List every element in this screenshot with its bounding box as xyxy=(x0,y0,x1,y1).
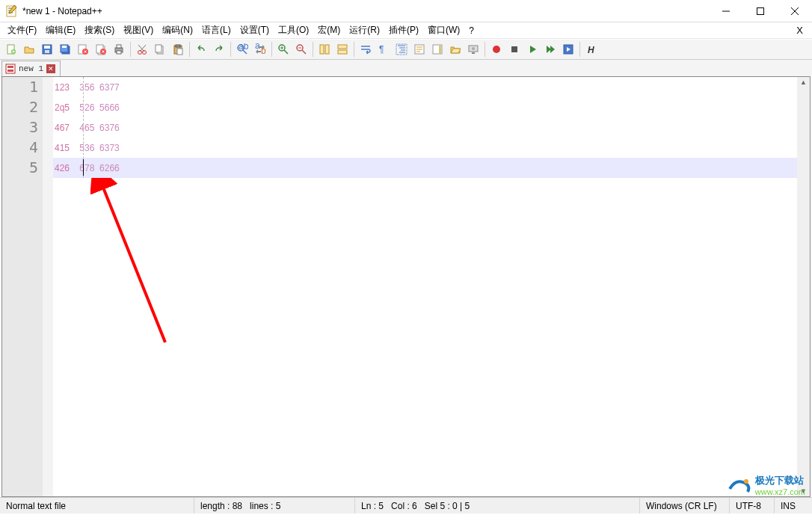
menu-encoding[interactable]: 编码(N) xyxy=(158,22,197,38)
folder-icon[interactable] xyxy=(447,41,464,58)
toolbar-separator xyxy=(230,42,231,57)
sync-v-icon[interactable] xyxy=(316,41,333,58)
toolbar-separator xyxy=(354,42,354,57)
code-text: 426 xyxy=(55,163,70,173)
status-length-lines: length : 88 lines : 5 xyxy=(194,498,355,514)
title-bar: *new 1 - Notepad++ xyxy=(0,0,812,22)
menu-edit[interactable]: 编辑(E) xyxy=(41,22,80,38)
code-text: 678 6266 xyxy=(70,163,120,173)
menu-close-x[interactable]: X xyxy=(787,25,812,36)
status-bar: Normal text file length : 88 lines : 5 L… xyxy=(0,497,812,514)
language-icon[interactable] xyxy=(411,41,428,58)
find-icon[interactable]: ab xyxy=(234,41,250,58)
status-cursor: Ln : 5 Col : 6 Sel 5 : 0 | 5 xyxy=(355,498,640,514)
menu-language[interactable]: 语言(L) xyxy=(197,22,236,38)
zoom-in-icon[interactable] xyxy=(275,41,292,58)
status-col: Col : 6 xyxy=(391,501,417,511)
print-icon[interactable] xyxy=(111,41,127,58)
menu-plugins[interactable]: 插件(P) xyxy=(384,22,423,38)
menu-settings[interactable]: 设置(T) xyxy=(236,22,274,38)
svg-rect-42 xyxy=(439,46,441,53)
menu-window[interactable]: 窗口(W) xyxy=(423,22,464,38)
svg-rect-47 xyxy=(511,46,517,52)
status-filetype: Normal text file xyxy=(0,498,194,514)
line-number[interactable]: 1 xyxy=(2,77,38,97)
svg-rect-27 xyxy=(177,49,182,55)
save-macro-icon[interactable] xyxy=(560,41,576,58)
svg-rect-8 xyxy=(44,46,50,49)
svg-rect-20 xyxy=(117,51,121,54)
zoom-out-icon[interactable] xyxy=(293,41,310,58)
all-chars-icon[interactable]: ¶ xyxy=(375,41,392,58)
paste-icon[interactable] xyxy=(170,41,186,58)
copy-icon[interactable] xyxy=(152,41,168,58)
sync-h-icon[interactable] xyxy=(334,41,351,58)
code-text: 415 xyxy=(55,143,70,153)
tab-label: new 1 xyxy=(19,64,43,73)
menu-file[interactable]: 文件(F) xyxy=(3,22,41,38)
line-number-gutter[interactable]: 12345 xyxy=(2,77,43,496)
tab-new-1[interactable]: new 1 ✕ xyxy=(2,61,60,76)
stop-macro-icon[interactable] xyxy=(506,41,523,58)
code-text: 467 xyxy=(55,123,70,133)
code-line[interactable]: 123 356 6377 xyxy=(53,77,810,97)
text-caret xyxy=(83,159,84,176)
menu-macro[interactable]: 宏(M) xyxy=(313,22,345,38)
save-icon[interactable] xyxy=(39,41,55,58)
svg-text:¶: ¶ xyxy=(379,44,384,55)
save-all-icon[interactable] xyxy=(57,41,73,58)
svg-rect-44 xyxy=(472,52,475,54)
svg-text:ab: ab xyxy=(239,43,248,52)
line-number[interactable]: 3 xyxy=(2,117,38,138)
new-file-icon[interactable] xyxy=(3,41,19,58)
line-number[interactable]: 2 xyxy=(2,97,38,117)
menu-help[interactable]: ? xyxy=(464,24,479,37)
tab-close-icon[interactable]: ✕ xyxy=(46,64,55,73)
menu-view[interactable]: 视图(V) xyxy=(119,22,158,38)
replace-icon[interactable]: ab xyxy=(252,41,268,58)
undo-icon[interactable] xyxy=(193,41,209,58)
code-text: 526 5666 xyxy=(70,102,120,113)
doc-map-icon[interactable] xyxy=(429,41,446,58)
scroll-up-icon[interactable]: ▲ xyxy=(800,77,807,87)
vertical-scrollbar[interactable]: ▲ ▼ xyxy=(797,77,810,496)
scroll-down-icon[interactable]: ▼ xyxy=(800,486,807,496)
cut-icon[interactable] xyxy=(134,41,150,58)
arrow-annotation xyxy=(90,178,180,350)
svg-rect-52 xyxy=(7,70,13,72)
status-eol: Windows (CR LF) xyxy=(640,498,730,514)
wordwrap-icon[interactable] xyxy=(357,41,374,58)
play-macro-icon[interactable] xyxy=(524,41,541,58)
record-macro-icon[interactable] xyxy=(488,41,505,58)
toolbar-separator xyxy=(130,42,131,57)
line-number[interactable]: 5 xyxy=(2,158,38,178)
tab-bar: new 1 ✕ xyxy=(0,60,812,76)
line-number[interactable]: 4 xyxy=(2,138,38,158)
code-line[interactable]: 467 465 6376 xyxy=(53,117,810,138)
play-multi-icon[interactable] xyxy=(542,41,559,58)
toolbar-separator xyxy=(485,42,485,57)
app-icon xyxy=(6,5,18,17)
menu-search[interactable]: 搜索(S) xyxy=(80,22,119,38)
svg-rect-9 xyxy=(45,50,49,53)
menu-bar: 文件(F) 编辑(E) 搜索(S) 视图(V) 编码(N) 语言(L) 设置(T… xyxy=(0,22,812,39)
redo-icon[interactable] xyxy=(211,41,227,58)
minimize-button[interactable] xyxy=(709,0,743,22)
code-text: 536 6373 xyxy=(70,143,120,153)
indent-guide-icon[interactable] xyxy=(393,41,410,58)
monitor-icon[interactable] xyxy=(465,41,482,58)
status-ins: INS xyxy=(775,498,812,514)
code-line[interactable]: 415 536 6373 xyxy=(53,138,810,158)
close-window-button[interactable] xyxy=(778,0,812,22)
close-icon[interactable] xyxy=(75,41,91,58)
menu-tools[interactable]: 工具(O) xyxy=(274,22,313,38)
close-all-icon[interactable] xyxy=(93,41,109,58)
code-line[interactable]: 426 678 6266 xyxy=(53,158,810,178)
menu-run[interactable]: 运行(R) xyxy=(345,22,384,38)
code-area[interactable]: 123 356 63772q5 526 5666467 465 6376415 … xyxy=(53,77,810,496)
code-line[interactable]: 2q5 526 5666 xyxy=(53,97,810,117)
svg-rect-24 xyxy=(156,45,162,52)
maximize-button[interactable] xyxy=(743,0,778,22)
open-file-icon[interactable] xyxy=(21,41,37,58)
bold-h-icon[interactable]: H xyxy=(583,41,600,58)
